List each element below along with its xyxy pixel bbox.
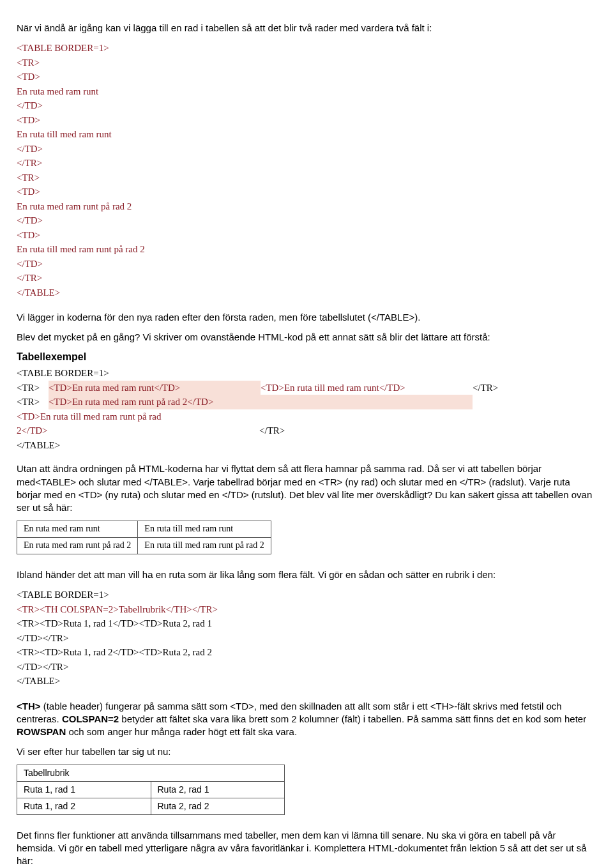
tx-r2-spacer	[261, 395, 473, 409]
tx-r2-td2b: 2</TD>	[17, 423, 259, 438]
rendered-table-2: Tabellrubrik Ruta 1, rad 1 Ruta 2, rad 1…	[17, 765, 285, 815]
mycket-paragraph: Blev det mycket på en gång? Vi skriver o…	[17, 331, 596, 344]
code-block-1: <TABLE BORDER=1> <TR> <TD> En ruta med r…	[17, 41, 596, 300]
tx-r1-td1: <TD>En ruta med ram runt</TD>	[49, 381, 261, 395]
table-row: En ruta med ram runt En ruta till med ra…	[17, 521, 271, 538]
tx-open: <TABLE BORDER=1>	[17, 366, 110, 381]
th-explain-paragraph: <TH> (table header) fungerar på samma sä…	[17, 700, 596, 739]
table-cell: Ruta 1, rad 2	[17, 798, 151, 814]
table-cell: Ruta 2, rad 1	[151, 781, 285, 798]
table-cell: Ruta 2, rad 2	[151, 798, 285, 814]
table-example-block: <TABLE BORDER=1> <TR> <TD>En ruta med ra…	[17, 366, 596, 452]
code-block-2: <TABLE BORDER=1> <TR><TH COLSPAN=2>Tabel…	[17, 588, 596, 689]
ibland-paragraph: Ibland händer det att man vill ha en rut…	[17, 568, 596, 581]
intro-paragraph: När vi ändå är igång kan vi lägga till e…	[17, 22, 596, 34]
table-row: En ruta med ram runt på rad 2 En ruta ti…	[17, 538, 271, 554]
table-row: Ruta 1, rad 2 Ruta 2, rad 2	[17, 798, 285, 814]
table-cell: En ruta till med ram runt	[138, 521, 271, 538]
tx-r2-tr-close: </TR>	[259, 423, 286, 438]
tx-close: </TABLE>	[17, 438, 61, 453]
table-cell: Ruta 1, rad 1	[17, 781, 151, 798]
tx-r2-td2a: <TD>En ruta till med ram runt på rad	[17, 409, 162, 424]
rowspan-bold: ROWSPAN	[17, 726, 66, 737]
tabellexempel-heading: Tabellexempel	[17, 350, 596, 364]
table-row: Ruta 1, rad 1 Ruta 2, rad 1	[17, 781, 285, 798]
table-cell: En ruta med ram runt på rad 2	[17, 538, 138, 554]
table-row: Tabellrubrik	[17, 765, 285, 781]
table-cell: En ruta till med ram runt på rad 2	[138, 538, 271, 554]
tx-r1-tr-close: </TR>	[473, 381, 499, 395]
utan-paragraph: Utan att ändra ordningen på HTML-koderna…	[17, 462, 596, 514]
th-bold: <TH>	[17, 701, 41, 712]
colspan-bold: COLSPAN=2	[62, 713, 119, 724]
tx-r1-td2: <TD>En ruta till med ram runt</TD>	[261, 381, 473, 395]
table-cell: En ruta med ram runt	[17, 521, 138, 538]
rendered-table-1: En ruta med ram runt En ruta till med ra…	[17, 521, 271, 554]
after-code1-paragraph: Vi lägger in koderna för den nya raden e…	[17, 311, 596, 324]
viser-paragraph: Vi ser efter hur tabellen tar sig ut nu:	[17, 745, 596, 758]
tx-r2-tr-open: <TR>	[17, 395, 49, 409]
tx-r1-tr-open: <TR>	[17, 381, 49, 395]
final-paragraph: Det finns fler funktioner att använda ti…	[17, 829, 596, 868]
table-header-cell: Tabellrubrik	[17, 765, 285, 781]
tx-r2-td1: <TD>En ruta med ram runt på rad 2</TD>	[49, 395, 261, 409]
